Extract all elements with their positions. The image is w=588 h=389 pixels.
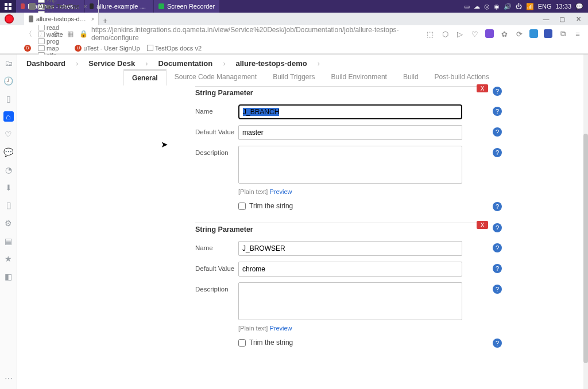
ext-icon-5[interactable] (544, 29, 552, 38)
breadcrumb-item[interactable]: Dashboard (26, 59, 65, 68)
delete-parameter-button[interactable]: X (477, 84, 488, 92)
help-icon[interactable]: ? (493, 223, 502, 232)
help-icon[interactable]: ? (493, 107, 502, 116)
rail-heart-icon[interactable]: ♡ (3, 129, 14, 139)
menu-icon[interactable]: ≡ (573, 29, 582, 38)
camera-icon[interactable]: ⬚ (425, 29, 435, 38)
help-icon[interactable]: ? (493, 148, 502, 157)
rail-home-icon[interactable]: ⌂ (3, 111, 14, 122)
rail-cube-icon[interactable]: ⌷ (3, 200, 14, 211)
preview-link[interactable]: Preview (269, 188, 292, 195)
window-maximize[interactable]: ▢ (555, 14, 570, 24)
preview-link[interactable]: Preview (269, 325, 292, 332)
tray-lang[interactable]: ENG (538, 3, 552, 10)
svg-rect-2 (5, 7, 7, 10)
help-icon[interactable]: ? (493, 339, 502, 348)
parameter-name-input[interactable] (238, 104, 462, 119)
chevron-right-icon: › (145, 59, 148, 68)
bookmarks-bar: D Dshpfinjobwatchreadwasteprogmapoffclea… (0, 42, 588, 54)
rail-workspaces-icon[interactable]: 🗂 (3, 58, 14, 68)
field-label: Name (195, 104, 238, 115)
rail-gear-icon[interactable]: ⚙ (3, 218, 14, 228)
rail-bookmarks-icon[interactable]: ▯ (3, 94, 14, 104)
bookmark-utest[interactable]: UuTest - User SignUp (75, 45, 140, 52)
rail-history-icon[interactable]: 🕘 (3, 76, 14, 86)
close-icon[interactable]: × (91, 15, 94, 22)
help-icon[interactable]: ? (493, 243, 502, 252)
parameter-title: String Parameter (195, 223, 253, 236)
close-icon[interactable]: × (83, 3, 87, 10)
ext-icon-6[interactable]: ⧉ (558, 29, 567, 38)
shield-icon[interactable]: ⬡ (440, 29, 450, 38)
chevron-right-icon: › (223, 59, 225, 68)
field-label: Description (195, 282, 238, 293)
parameter-name-input[interactable] (238, 241, 462, 256)
chevron-right-icon: › (318, 59, 320, 68)
config-tab[interactable]: Build (395, 69, 427, 85)
taskbar-app[interactable]: Screen Recorder (154, 0, 220, 13)
rail-box-icon[interactable]: ◧ (3, 271, 14, 282)
field-label: Description (195, 146, 238, 156)
system-tray[interactable]: ▭☁◎◉ 🔊⏻📶 ENG 13:33 💬 (459, 3, 588, 10)
parameter-default-input[interactable] (238, 125, 462, 140)
tab-strip: Branches · cheshi-mantu/…×Allure TestOps… (0, 13, 588, 25)
page-scrollbar[interactable] (583, 55, 588, 389)
window-close[interactable]: ✕ (571, 14, 586, 24)
heart-icon[interactable]: ♡ (470, 29, 479, 38)
opera-logo-icon[interactable] (5, 14, 14, 24)
config-tab[interactable]: Build Environment (323, 69, 395, 85)
rail-pinboards-icon[interactable]: ▤ (3, 236, 14, 246)
start-button[interactable] (0, 0, 16, 13)
breadcrumb-item[interactable]: allure-testops-demo (236, 59, 307, 68)
browser-tab[interactable]: allure-testops-demo Conf…× (24, 13, 99, 25)
address-bar: 〈 〉 ⟳ ▦ 🔒 https://jenkins.integrations.d… (0, 25, 588, 42)
help-icon[interactable]: ? (493, 127, 502, 137)
browser-tab[interactable]: Allure TestOps× (24, 0, 99, 13)
plain-text-label: [Plain text] (238, 188, 268, 195)
trim-label: Trim the string (249, 339, 293, 347)
rail-more-icon[interactable]: ⋯ (3, 374, 14, 384)
trim-checkbox[interactable] (238, 339, 246, 347)
rail-down-icon[interactable]: ⬇ (3, 182, 14, 193)
parameter-description-input[interactable] (238, 282, 462, 320)
help-icon[interactable]: ? (493, 264, 502, 273)
bookmark-testops-docs[interactable]: TestOps docs v2 (147, 45, 202, 52)
ext-icon-3[interactable]: ⟳ (514, 29, 524, 38)
config-tab[interactable]: Source Code Management (167, 69, 265, 85)
field-label: Name (195, 241, 238, 251)
nav-back-icon[interactable]: 〈 (24, 29, 33, 39)
help-icon[interactable]: ? (493, 285, 502, 294)
ext-icon-4[interactable] (529, 29, 538, 38)
parameter-default-input[interactable] (238, 262, 462, 277)
config-tab[interactable]: Post-build Actions (427, 69, 497, 85)
scrollbar-thumb[interactable] (583, 134, 588, 363)
tray-time: 13:33 (555, 3, 571, 10)
help-icon[interactable]: ? (493, 202, 502, 211)
config-tab[interactable]: General (123, 69, 167, 85)
play-icon[interactable]: ▷ (455, 29, 465, 38)
bookmark-folder[interactable]: map (38, 45, 68, 52)
rail-clock-icon[interactable]: ◔ (3, 165, 14, 175)
ext-icon-2[interactable]: ✿ (500, 29, 509, 38)
breadcrumb-item[interactable]: Documentation (158, 59, 213, 68)
trim-checkbox[interactable] (238, 203, 246, 210)
parameter-title: String Parameter (195, 87, 253, 99)
breadcrumb-item[interactable]: Service Desk (88, 59, 135, 68)
field-label: Default Value (195, 125, 238, 135)
svg-rect-3 (9, 7, 11, 10)
folder-icon (38, 45, 45, 51)
ext-icon-1[interactable] (485, 29, 494, 38)
delete-parameter-button[interactable]: X (477, 221, 488, 229)
rail-chat-icon[interactable]: 💬 (3, 147, 14, 157)
config-tab[interactable]: Build Triggers (265, 69, 323, 85)
bookmark-badge[interactable]: D (24, 45, 31, 52)
nav-forward-icon[interactable]: 〉 (38, 29, 47, 39)
new-tab-button[interactable]: + (99, 16, 111, 25)
url-field[interactable]: 🔒 https://jenkins.integrations.do.qameta… (79, 26, 421, 42)
browser-side-rail: 🗂 🕘 ▯ ⌂ ♡ 💬 ◔ ⬇ ⌷ ⚙ ▤ ★ ◧ ⋯ (0, 55, 17, 389)
jenkins-page: Dashboard›Service Desk›Documentation›all… (17, 55, 588, 389)
rail-star-icon[interactable]: ★ (3, 254, 14, 264)
parameter-description-input[interactable] (238, 146, 462, 184)
help-icon[interactable]: ? (493, 87, 502, 96)
window-minimize[interactable]: — (539, 14, 554, 24)
